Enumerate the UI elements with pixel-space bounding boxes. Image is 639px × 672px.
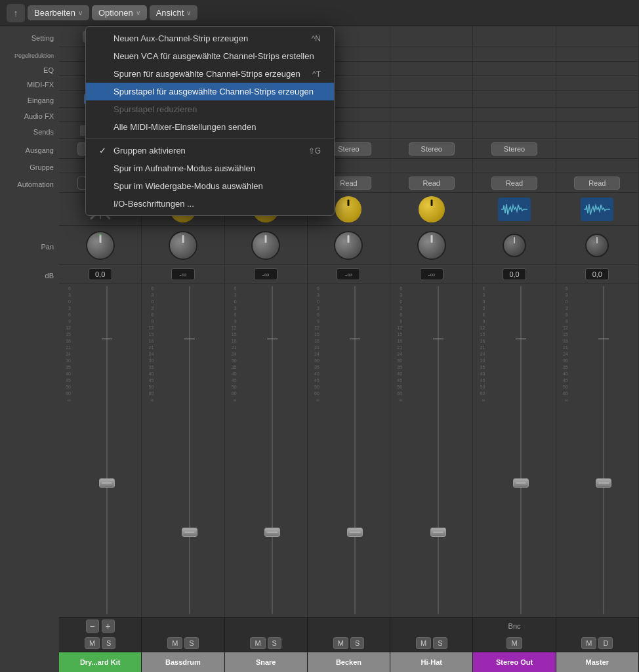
automation-button-ch7[interactable]: Read	[574, 177, 620, 190]
channel-name-ch2: Bassdrum	[142, 652, 224, 672]
toolbar: ↑ Bearbeiten ∨ Optionen ∨ Ansicht ∨	[0, 0, 639, 26]
fader-marker-ch1	[102, 339, 112, 339]
pan-knob-ch6[interactable]	[503, 234, 526, 257]
yellow-knob-ch5[interactable]	[419, 196, 445, 222]
ausgang-button-ch5[interactable]: Stereo	[409, 142, 455, 156]
m-button-ch4[interactable]: M	[333, 637, 348, 649]
s-button-ch3[interactable]: S	[268, 637, 281, 649]
fader-handle-ch5[interactable]	[430, 528, 446, 537]
m-button-ch3[interactable]: M	[250, 637, 265, 649]
scale-mark: ∞	[482, 398, 485, 402]
fader-track-ch3	[239, 286, 306, 614]
back-button[interactable]: ↑	[7, 4, 25, 22]
eq-cell-ch5	[390, 62, 473, 75]
pan-knob-ch3[interactable]	[251, 231, 280, 260]
ms-cell-ch3: MS	[225, 634, 308, 652]
scale-mark: 50	[314, 385, 320, 389]
pan-knob-ch1[interactable]	[86, 231, 115, 260]
db-display-ch1: 0,0	[89, 268, 112, 280]
label-ausgang: Ausgang	[0, 140, 59, 160]
pan-knob-ch4[interactable]	[334, 231, 363, 260]
scale-mark: 6	[483, 286, 485, 291]
menu-item-play-mode[interactable]: Spur im Wiedergabe-Modus auswählen	[86, 177, 334, 195]
m-button-ch7[interactable]: M	[581, 637, 596, 649]
label-pegelreduktion: Pegelreduktion	[0, 49, 59, 63]
scale-mark: 6	[483, 312, 485, 317]
yellow-knob-ch4[interactable]	[335, 196, 361, 222]
fader-handle-ch6[interactable]	[513, 478, 529, 488]
pan-knob-ch2[interactable]	[169, 231, 197, 260]
automation-button-ch5[interactable]: Read	[409, 177, 455, 190]
menu-item-new-aux[interactable]: Neuen Aux-Channel-Strip erzeugen^N	[86, 30, 334, 47]
ausgang-button-ch6[interactable]: Stereo	[491, 142, 537, 156]
menu-item-io-labels[interactable]: I/O-Beschriftungen ...	[86, 195, 334, 213]
scale-mark: 0	[483, 299, 485, 304]
fader-handle-ch4[interactable]	[347, 528, 363, 537]
scale-mark: 12	[563, 326, 568, 330]
menu-shortcut-new-aux: ^N	[312, 34, 321, 43]
menu-label-new-tracks: Spuren für ausgewählte Channel-Strips er…	[113, 69, 300, 79]
pan-knob-ch5[interactable]	[417, 231, 446, 260]
ansicht-menu[interactable]: Ansicht ∨	[150, 5, 198, 20]
scale-mark: 15	[480, 332, 485, 337]
scale-mark: 9	[151, 319, 154, 324]
fader-channel-ch1: 6303691215182124303540455060∞	[59, 284, 142, 617]
scale-mark: 45	[148, 378, 154, 383]
plus-button[interactable]: +	[102, 620, 115, 633]
scale-mark: 0	[400, 299, 402, 304]
minus-button[interactable]: −	[86, 620, 99, 633]
menu-item-new-vca[interactable]: Neuen VCA für ausgewählte Channel-Strips…	[86, 47, 334, 65]
fader-marker-ch2	[184, 339, 195, 339]
s-button-ch2[interactable]: S	[184, 637, 198, 649]
scale-mark: 12	[480, 326, 485, 330]
label-eingang: Eingang	[0, 92, 59, 109]
pan-cell-ch3	[225, 226, 308, 264]
db-cell-ch3: -∞	[225, 265, 308, 283]
setting-cell-ch7	[556, 26, 639, 47]
waveform-btn-ch6[interactable]	[498, 198, 531, 221]
ms-cell-ch4: MS	[308, 634, 390, 652]
labels-column: Setting Pegelreduktion EQ MIDI-FX Eingan…	[0, 26, 59, 672]
fader-handle-ch3[interactable]	[264, 528, 280, 537]
scale-mark: 45	[480, 378, 485, 383]
scale-mark: 6	[68, 286, 71, 291]
scale-mark: 60	[314, 391, 320, 396]
waveform-btn-ch7[interactable]	[581, 198, 613, 221]
automation-button-ch6[interactable]: Read	[491, 177, 537, 190]
label-automation: Automation	[0, 175, 59, 194]
fader-handle-ch1[interactable]	[99, 478, 115, 488]
menu-item-new-tracks[interactable]: Spuren für ausgewählte Channel-Strips er…	[86, 65, 334, 83]
optionen-menu[interactable]: Optionen ∨	[92, 5, 147, 20]
m-button-ch2[interactable]: M	[167, 637, 182, 649]
pan-knob-ch7[interactable]	[585, 234, 609, 257]
m-button-ch1[interactable]: M	[85, 637, 100, 649]
menu-item-new-stack[interactable]: Spurstapel für ausgewählte Channel-Strip…	[86, 83, 334, 100]
bearbeiten-menu[interactable]: Bearbeiten ∨	[28, 5, 89, 20]
label-db: dB	[0, 266, 59, 285]
fader-handle-ch2[interactable]	[182, 528, 197, 537]
scale-mark: ∞	[565, 398, 568, 402]
bnc-cell-ch1: −+	[59, 618, 142, 634]
scale-mark: 35	[148, 365, 154, 369]
fader-track-ch6	[487, 286, 554, 614]
menu-item-rec-mode[interactable]: Spur im Aufnahme-Modus auswählen	[86, 159, 334, 177]
fader-handle-ch7[interactable]	[596, 478, 611, 488]
optionen-chevron: ∨	[136, 9, 140, 16]
m-button-ch6[interactable]: M	[506, 637, 522, 649]
menu-item-groups[interactable]: ✓Gruppen aktivieren⇧G	[86, 142, 334, 159]
s-button-ch5[interactable]: S	[433, 637, 447, 649]
back-icon: ↑	[14, 8, 18, 18]
s-button-ch4[interactable]: S	[350, 637, 364, 649]
ansicht-chevron: ∨	[186, 9, 191, 16]
fader-row: 6303691215182124303540455060∞63036912151…	[59, 284, 639, 617]
m-button-ch5[interactable]: M	[416, 637, 431, 649]
s-button-ch1[interactable]: S	[102, 637, 115, 649]
bnc-cell-ch3	[225, 618, 308, 634]
menu-label-rec-mode: Spur im Aufnahme-Modus auswählen	[113, 163, 255, 173]
eingang-cell-ch5	[390, 91, 473, 107]
scale-mark: 3	[317, 306, 320, 310]
automation-cell-ch7: Read	[556, 173, 639, 192]
setting-cell-ch6	[473, 26, 556, 47]
d-button-ch7[interactable]: D	[598, 637, 613, 649]
menu-item-send-midi[interactable]: Alle MIDI-Mixer-Einstellungen senden	[86, 118, 334, 136]
